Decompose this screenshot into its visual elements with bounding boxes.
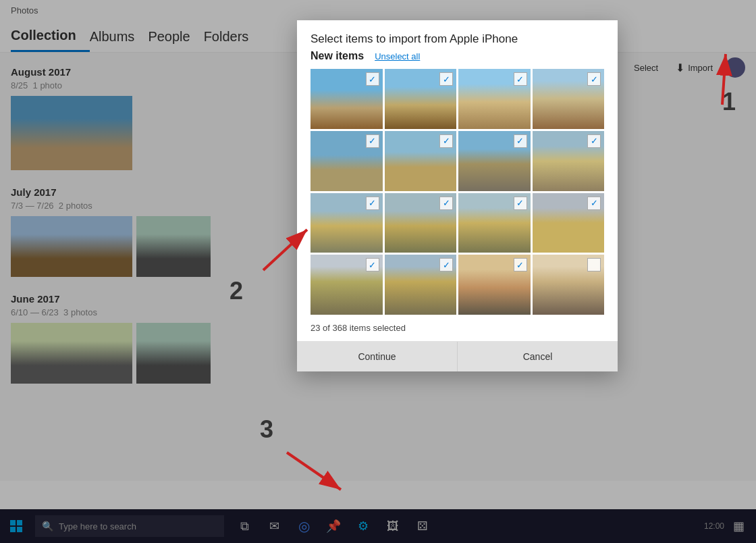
grid-photo-item[interactable]: ✓ (310, 131, 383, 191)
selection-status: 23 of 368 items selected (297, 315, 618, 341)
grid-photo-item[interactable]: ✓ (458, 131, 531, 191)
photo-checkbox[interactable]: ✓ (587, 72, 601, 86)
unselect-all-button[interactable]: Unselect all (375, 51, 420, 61)
grid-photo-item[interactable]: ✓ (310, 69, 383, 129)
grid-photo-item[interactable]: ✓ (533, 193, 605, 253)
photo-checkbox[interactable] (587, 258, 601, 272)
dialog-subtitle-row: New items Unselect all (297, 50, 618, 69)
photo-checkbox[interactable]: ✓ (366, 134, 379, 148)
grid-photo-item[interactable]: ✓ (533, 131, 605, 191)
photo-checkbox[interactable]: ✓ (439, 134, 453, 148)
photo-checkbox[interactable]: ✓ (514, 134, 527, 148)
photo-checkbox[interactable]: ✓ (439, 258, 453, 272)
grid-photo-item[interactable]: ✓ (310, 193, 383, 253)
photo-checkbox[interactable]: ✓ (514, 72, 527, 86)
photo-checkbox[interactable]: ✓ (587, 134, 601, 148)
grid-photo-item[interactable]: ✓ (385, 131, 457, 191)
grid-photo-item[interactable]: ✓ (310, 255, 383, 315)
photo-checkbox[interactable]: ✓ (366, 258, 379, 272)
grid-photo-item[interactable]: ✓ (458, 69, 531, 129)
grid-photo-item[interactable]: ✓ (385, 255, 457, 315)
grid-photo-item[interactable]: ✓ (385, 193, 457, 253)
dialog-subtitle: New items (310, 50, 364, 62)
import-dialog: Select items to import from Apple iPhone… (297, 20, 618, 371)
photo-checkbox[interactable]: ✓ (439, 197, 453, 210)
photo-checkbox[interactable]: ✓ (514, 197, 527, 210)
grid-photo-item[interactable]: ✓ (533, 69, 605, 129)
photo-checkbox[interactable]: ✓ (366, 72, 379, 86)
grid-photo-item[interactable]: ✓ (385, 69, 457, 129)
photo-checkbox[interactable]: ✓ (439, 72, 453, 86)
photo-checkbox[interactable]: ✓ (587, 197, 601, 210)
grid-photo-item[interactable] (533, 255, 605, 315)
dialog-title: Select items to import from Apple iPhone (297, 20, 618, 50)
grid-photo-item[interactable]: ✓ (458, 255, 531, 315)
photo-grid: ✓✓✓✓✓✓✓✓✓✓✓✓✓✓✓ (297, 69, 618, 315)
photo-checkbox[interactable]: ✓ (366, 197, 379, 210)
cancel-button[interactable]: Cancel (458, 342, 618, 371)
dialog-buttons: Continue Cancel (297, 341, 618, 371)
photo-checkbox[interactable]: ✓ (514, 258, 527, 272)
grid-photo-item[interactable]: ✓ (458, 193, 531, 253)
continue-button[interactable]: Continue (297, 342, 458, 371)
